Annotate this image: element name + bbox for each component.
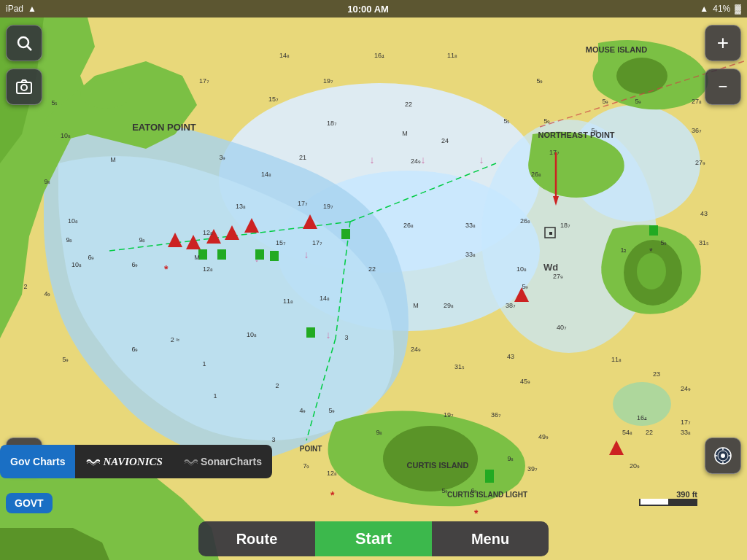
route-button[interactable]: Route bbox=[198, 521, 315, 556]
svg-text:1: 1 bbox=[213, 392, 217, 400]
svg-text:10₈: 10₈ bbox=[68, 217, 78, 225]
svg-text:EATON POINT: EATON POINT bbox=[132, 122, 196, 133]
svg-text:24₉: 24₉ bbox=[411, 346, 421, 353]
svg-text:24₉: 24₉ bbox=[411, 158, 421, 165]
svg-text:22: 22 bbox=[646, 429, 653, 436]
svg-rect-45 bbox=[549, 232, 552, 235]
svg-text:9₈: 9₈ bbox=[507, 455, 514, 462]
govt-badge[interactable]: GOVT bbox=[6, 493, 53, 513]
svg-text:M: M bbox=[402, 130, 408, 137]
svg-text:33₈: 33₈ bbox=[465, 251, 476, 258]
svg-text:NORTHEAST POINT: NORTHEAST POINT bbox=[538, 131, 614, 139]
svg-text:*: * bbox=[164, 263, 169, 275]
svg-text:11₈: 11₈ bbox=[611, 356, 622, 363]
svg-text:12₈: 12₈ bbox=[327, 470, 337, 477]
svg-text:24₉: 24₉ bbox=[681, 385, 691, 392]
svg-text:5₉: 5₉ bbox=[328, 407, 335, 414]
svg-rect-33 bbox=[270, 251, 279, 261]
svg-text:1: 1 bbox=[202, 360, 206, 368]
svg-text:40₇: 40₇ bbox=[557, 324, 567, 331]
time-label: 10:00 AM bbox=[347, 4, 389, 15]
svg-text:4₉: 4₉ bbox=[299, 407, 306, 414]
route-label: Route bbox=[236, 531, 278, 548]
svg-text:3: 3 bbox=[344, 334, 348, 341]
svg-text:29₈: 29₈ bbox=[444, 302, 454, 309]
svg-text:3₉: 3₉ bbox=[219, 154, 225, 161]
svg-text:19₇: 19₇ bbox=[323, 203, 333, 210]
svg-text:26₈: 26₈ bbox=[403, 222, 414, 229]
svg-text:18₇: 18₇ bbox=[327, 120, 337, 127]
svg-text:↓: ↓ bbox=[421, 154, 426, 166]
svg-text:17₇: 17₇ bbox=[312, 239, 322, 246]
photo-button[interactable] bbox=[6, 69, 42, 105]
location-icon: ▲ bbox=[700, 4, 708, 14]
svg-text:M: M bbox=[413, 302, 419, 309]
nautical-map: ↓ ↓ ↓ ↓ ↓ ↓ * * * * EATON POINT MOUSE IS… bbox=[0, 18, 747, 560]
menu-button[interactable]: Menu bbox=[432, 521, 549, 556]
svg-text:5₉: 5₉ bbox=[660, 239, 667, 246]
svg-point-155 bbox=[21, 85, 27, 90]
svg-text:2 ≈: 2 ≈ bbox=[171, 336, 180, 343]
svg-text:M: M bbox=[110, 156, 116, 163]
svg-text:↓: ↓ bbox=[304, 249, 309, 260]
svg-text:7₉: 7₉ bbox=[303, 462, 309, 470]
svg-text:3: 3 bbox=[271, 436, 275, 443]
svg-text:39₇: 39₇ bbox=[527, 465, 538, 472]
svg-text:22: 22 bbox=[368, 265, 376, 273]
svg-text:9₈: 9₈ bbox=[376, 429, 382, 436]
plus-icon: + bbox=[717, 33, 729, 53]
svg-text:31₅: 31₅ bbox=[454, 363, 465, 370]
svg-text:5₉: 5₉ bbox=[602, 98, 608, 105]
svg-text:9₈: 9₈ bbox=[44, 178, 50, 185]
svg-text:10₈: 10₈ bbox=[516, 265, 527, 273]
svg-text:15₇: 15₇ bbox=[276, 239, 286, 246]
svg-rect-31 bbox=[217, 249, 226, 260]
svg-text:2: 2 bbox=[23, 283, 27, 290]
svg-text:16₄: 16₄ bbox=[637, 414, 647, 421]
svg-text:M: M bbox=[194, 254, 200, 261]
sonar-charts-button[interactable]: SonarCharts bbox=[173, 445, 272, 478]
svg-text:26₈: 26₈ bbox=[531, 171, 541, 178]
layers-button[interactable] bbox=[705, 438, 741, 474]
svg-text:Wd: Wd bbox=[543, 262, 558, 273]
bottom-toolbar: Route Start Menu bbox=[0, 518, 747, 560]
zoom-in-button[interactable]: + bbox=[705, 25, 741, 61]
search-button[interactable] bbox=[6, 25, 42, 61]
zoom-out-button[interactable]: − bbox=[705, 69, 741, 105]
status-bar: iPad ▲ 10:00 AM ▲ 41% ▓ bbox=[0, 0, 747, 18]
svg-rect-35 bbox=[306, 327, 315, 338]
navionics-wave-icon bbox=[85, 456, 100, 467]
svg-text:45₉: 45₉ bbox=[520, 378, 530, 385]
svg-text:9₈: 9₈ bbox=[139, 236, 145, 244]
svg-text:24: 24 bbox=[441, 137, 449, 144]
gov-charts-button[interactable]: Gov Charts bbox=[0, 445, 75, 478]
svg-text:11₈: 11₈ bbox=[283, 298, 293, 305]
svg-text:20₉: 20₉ bbox=[630, 462, 640, 470]
svg-text:27₉: 27₉ bbox=[695, 159, 705, 166]
scale-bar: 390 ft bbox=[639, 490, 697, 506]
svg-text:↓: ↓ bbox=[479, 154, 484, 166]
svg-text:↓: ↓ bbox=[326, 329, 331, 341]
svg-text:10₈: 10₈ bbox=[247, 331, 257, 338]
navionics-label: NAVIONICS bbox=[103, 456, 162, 468]
svg-text:12₈: 12₈ bbox=[203, 265, 213, 273]
svg-point-162 bbox=[721, 454, 725, 458]
svg-text:31₅: 31₅ bbox=[699, 239, 709, 246]
svg-point-5 bbox=[80, 79, 131, 109]
svg-text:23: 23 bbox=[653, 370, 660, 378]
svg-rect-34 bbox=[341, 229, 350, 239]
govt-label: GOVT bbox=[15, 497, 44, 509]
svg-text:5₅: 5₅ bbox=[51, 99, 58, 106]
svg-text:17₇: 17₇ bbox=[199, 77, 209, 85]
svg-text:14₈: 14₈ bbox=[279, 52, 290, 59]
svg-rect-37 bbox=[649, 225, 658, 236]
svg-text:27₈: 27₈ bbox=[692, 98, 702, 105]
navionics-button[interactable]: NAVIONICS bbox=[75, 445, 172, 478]
svg-text:CURTIS ISLAND: CURTIS ISLAND bbox=[407, 461, 469, 470]
svg-text:14₈: 14₈ bbox=[261, 171, 271, 178]
start-button[interactable]: Start bbox=[315, 521, 432, 556]
svg-text:17₇: 17₇ bbox=[549, 149, 560, 156]
svg-text:5₅: 5₅ bbox=[503, 117, 510, 125]
gov-charts-label: Gov Charts bbox=[10, 456, 65, 467]
svg-text:*: * bbox=[330, 489, 335, 501]
